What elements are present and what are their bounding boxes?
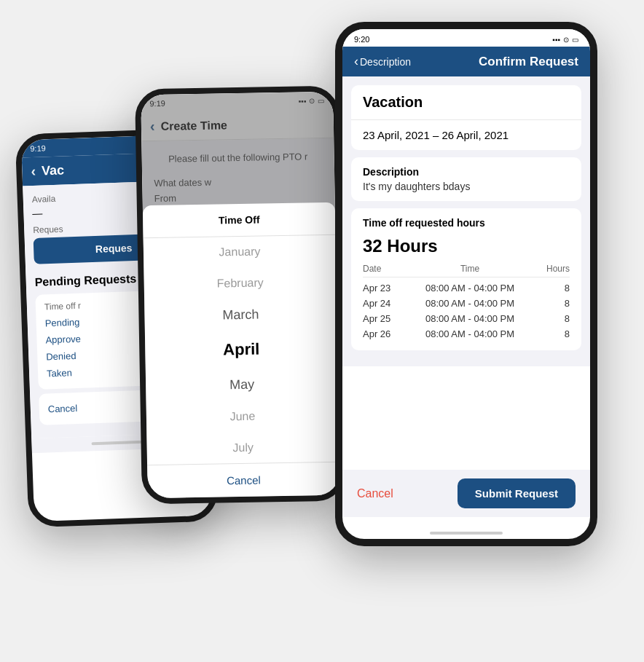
row-hours: 8 [541,283,570,293]
month-march[interactable]: March [144,297,337,334]
phone2-picker-cancel[interactable]: Cancel [147,462,340,499]
row-date: Apr 26 [363,328,399,339]
hours-card: Time off requested hours 32 Hours Date T… [351,208,581,350]
month-february[interactable]: February [144,266,337,300]
phone3-cancel-btn[interactable]: Cancel [357,487,393,500]
phone3-page-title: Confirm Request [479,55,578,69]
table-row: Apr 23 08:00 AM - 04:00 PM 8 [363,280,570,296]
phone2-picker-title: Time Off [143,202,336,239]
vacation-title-row: Vacation [351,85,581,120]
hours-header: Time off requested hours [351,208,581,233]
phone3-content: Vacation 23 April, 2021 – 26 April, 2021… [342,76,590,366]
phone3-status-bar: 9:20 ▪▪▪ ⊙ ▭ [342,29,590,47]
hours-rows: Apr 23 08:00 AM - 04:00 PM 8 Apr 24 08:0… [363,280,570,342]
phone1-time: 9:19 [30,143,46,153]
date-range: 23 April, 2021 – 26 April, 2021 [363,129,570,141]
phone-3: 9:20 ▪▪▪ ⊙ ▭ ‹ Description Confirm Reque… [335,22,597,546]
description-text: It's my daughters bdays [363,181,570,192]
phone3-submit-btn[interactable]: Submit Request [458,478,576,508]
row-hours: 8 [541,328,570,339]
row-time: 08:00 AM - 04:00 PM [399,313,541,324]
phone3-back-label[interactable]: Description [360,56,411,68]
phone-2: 9:19 ▪▪▪ ⊙ ▭ ‹ Create Time Please fill o… [135,86,346,505]
month-april[interactable]: April [145,330,338,370]
month-june[interactable]: June [146,400,339,434]
month-may[interactable]: May [146,367,339,403]
wifi-icon: ⊙ [563,36,569,44]
date-range-row: 23 April, 2021 – 26 April, 2021 [351,120,581,150]
row-date: Apr 23 [363,283,399,293]
phone1-back-btn[interactable]: ‹ [31,163,36,180]
row-date: Apr 24 [363,298,399,309]
col-header-hours: Hours [541,264,570,274]
month-july[interactable]: July [146,430,339,465]
hours-table-header: Date Time Hours [363,264,570,277]
chevron-left-icon: ‹ [354,54,358,69]
row-time: 08:00 AM - 04:00 PM [399,283,541,293]
table-row: Apr 24 08:00 AM - 04:00 PM 8 [363,296,570,311]
description-label: Description [363,166,570,178]
row-hours: 8 [541,298,570,309]
phone3-home-indicator [342,532,590,535]
row-time: 08:00 AM - 04:00 PM [399,328,541,339]
phone1-nav-title: Vac [42,162,65,178]
phone2-month-picker[interactable]: January February March April May June Ju… [144,235,339,465]
battery-icon: ▭ [572,36,578,44]
vacation-type-card: Vacation 23 April, 2021 – 26 April, 2021 [351,85,581,150]
phone3-status-icons: ▪▪▪ ⊙ ▭ [552,36,578,44]
row-time: 08:00 AM - 04:00 PM [399,298,541,309]
signal-icon: ▪▪▪ [552,36,560,44]
phone3-home-bar [430,532,503,535]
phone2-picker: Time Off January February March April Ma… [143,202,340,498]
phone3-time: 9:20 [354,35,369,44]
description-card: Description It's my daughters bdays [351,157,581,201]
phone3-nav-bar: ‹ Description Confirm Request [342,47,590,76]
phone3-back-section[interactable]: ‹ Description [354,54,411,69]
phone3-footer: Cancel Submit Request [342,470,590,517]
description-row: Description It's my daughters bdays [351,157,581,201]
table-row: Apr 26 08:00 AM - 04:00 PM 8 [363,326,570,342]
vacation-title: Vacation [363,94,570,111]
col-header-date: Date [363,264,399,274]
col-header-time: Time [399,264,541,274]
table-row: Apr 25 08:00 AM - 04:00 PM 8 [363,311,570,326]
month-january[interactable]: January [144,235,337,269]
hours-table: Date Time Hours Apr 23 08:00 AM - 04:00 … [351,264,581,350]
row-hours: 8 [541,313,570,324]
hours-total: 32 Hours [351,233,581,264]
row-date: Apr 25 [363,313,399,324]
phone2-picker-overlay: Time Off January February March April Ma… [141,92,340,499]
